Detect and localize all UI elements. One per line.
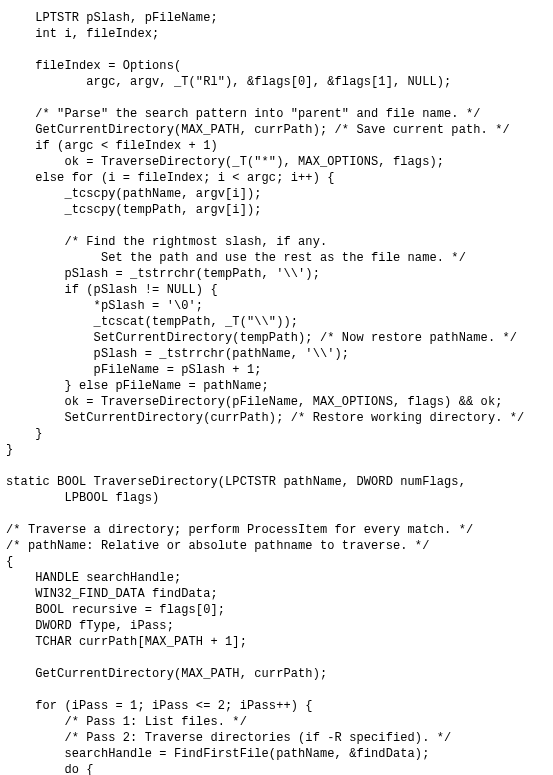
code-listing: LPTSTR pSlash, pFileName; int i, fileInd… <box>0 0 553 775</box>
